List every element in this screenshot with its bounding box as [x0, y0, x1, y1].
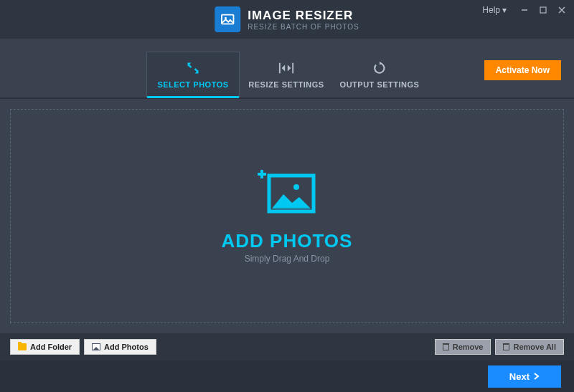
folder-icon [18, 343, 27, 350]
remove-button[interactable]: Remove [435, 339, 491, 355]
next-button[interactable]: Next [488, 365, 561, 388]
app-logo-icon [215, 6, 240, 32]
chevron-right-icon [534, 371, 540, 382]
svg-rect-3 [540, 7, 546, 13]
titlebar: IMAGE RESIZER RESIZE BATCH OF PHOTOS Hel… [0, 0, 574, 39]
app-title: IMAGE RESIZER [248, 9, 359, 23]
help-menu[interactable]: Help ▾ [482, 5, 507, 15]
refresh-icon [372, 60, 387, 76]
add-photos-dropzone[interactable]: ADD PHOTOS Simply Drag And Drop [10, 109, 564, 323]
tab-output-settings[interactable]: OUTPUT SETTINGS [333, 52, 426, 97]
app-logo-block: IMAGE RESIZER RESIZE BATCH OF PHOTOS [215, 6, 359, 32]
activate-now-button[interactable]: Activate Now [484, 60, 561, 80]
svg-point-7 [293, 184, 299, 190]
add-photo-icon [256, 168, 318, 221]
maximize-button[interactable] [535, 3, 551, 17]
add-photos-button[interactable]: Add Photos [84, 339, 156, 355]
dropzone-title: ADD PHOTOS [222, 230, 353, 252]
app-subtitle: RESIZE BATCH OF PHOTOS [248, 23, 359, 31]
dropzone-subtitle: Simply Drag And Drop [245, 254, 330, 264]
resize-width-icon [278, 60, 294, 76]
remove-all-button[interactable]: Remove All [495, 339, 564, 355]
add-folder-button[interactable]: Add Folder [10, 339, 80, 355]
chevron-down-icon: ▾ [502, 5, 507, 15]
main-content: ADD PHOTOS Simply Drag And Drop [0, 99, 574, 333]
trash-icon [443, 343, 449, 350]
minimize-button[interactable] [517, 3, 532, 17]
photo-icon [92, 343, 100, 350]
trash-icon [503, 343, 509, 350]
expand-arrows-icon [185, 60, 201, 76]
svg-rect-0 [222, 15, 234, 24]
tab-select-photos[interactable]: SELECT PHOTOS [146, 52, 240, 97]
footer: Next [0, 360, 574, 392]
tab-resize-settings[interactable]: RESIZE SETTINGS [240, 52, 333, 97]
bottom-toolbar: Add Folder Add Photos Remove Remove All [0, 333, 574, 360]
step-tabs: SELECT PHOTOS RESIZE SETTINGS OUTPUT SET… [0, 39, 574, 99]
close-button[interactable] [554, 3, 570, 17]
